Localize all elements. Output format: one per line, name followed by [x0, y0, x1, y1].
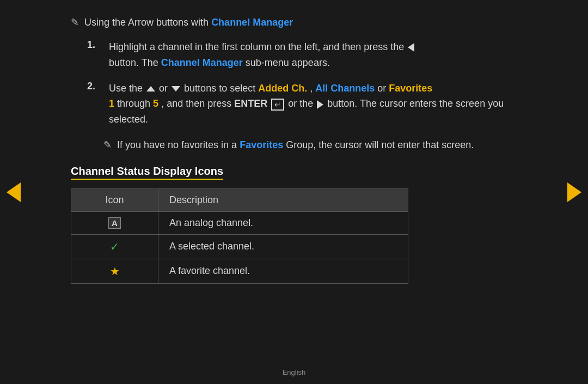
section-title: Channel Status Display Icons [71, 165, 223, 180]
step-1-number: 1. [87, 39, 102, 71]
step-2-or: or [159, 83, 170, 94]
step-2-comma1: , [310, 83, 315, 94]
step-2-use-the: Use the [109, 83, 145, 94]
table-cell-desc-check: A selected channel. [158, 234, 408, 259]
step-1-content: Highlight a channel in the first column … [109, 39, 415, 71]
heading-prefix: Using the Arrow buttons with [84, 17, 211, 28]
table-row: A An analog channel. [71, 211, 408, 234]
analog-icon: A [108, 217, 121, 229]
nav-arrow-left[interactable] [7, 182, 21, 202]
step-2-or2: or [377, 83, 389, 94]
steps: 1. Highlight a channel in the first colu… [71, 39, 517, 153]
sub-note-text: If you have no favorites in a Favorites … [117, 137, 474, 153]
table-row: ★ A favorite channel. [71, 259, 408, 283]
check-icon: ✓ [110, 241, 119, 253]
sub-note-suffix: Group, the cursor will not enter that sc… [286, 139, 474, 150]
table-row: ✓ A selected channel. [71, 234, 408, 259]
step-2-buttons: buttons to select [184, 83, 258, 94]
nav-arrow-right[interactable] [567, 182, 581, 202]
arrow-down-icon [171, 86, 180, 92]
section-heading: ✎ Using the Arrow buttons with Channel M… [71, 16, 517, 28]
sub-note-favorites: Favorites [240, 139, 283, 150]
table-cell-desc-star: A favorite channel. [158, 259, 408, 283]
step-2: 2. Use the or buttons to select Added Ch… [87, 81, 517, 127]
sub-note: ✎ If you have no favorites in a Favorite… [103, 137, 517, 153]
main-content: ✎ Using the Arrow buttons with Channel M… [27, 0, 561, 300]
step-2-through: through [117, 98, 153, 109]
table-header-icon: Icon [71, 188, 158, 211]
step-1-channel-manager: Channel Manager [161, 57, 243, 68]
table-header-row: Icon Description [71, 188, 408, 211]
table-cell-icon-check: ✓ [71, 234, 158, 259]
arrow-up-icon [146, 86, 155, 92]
sub-note-icon: ✎ [103, 137, 112, 153]
table-cell-icon-star: ★ [71, 259, 158, 283]
step-2-favorites: Favorites [389, 83, 432, 94]
step-2-and-press: , and then press [161, 98, 234, 109]
footer-language: English [283, 368, 306, 376]
step-2-number: 2. [87, 81, 102, 127]
step-2-content: Use the or buttons to select Added Ch. ,… [109, 81, 517, 127]
step-2-added-ch: Added Ch. [258, 83, 307, 94]
table-header-description: Description [158, 188, 408, 211]
heading-text: Using the Arrow buttons with Channel Man… [84, 17, 293, 28]
table-cell-desc-analog: An analog channel. [158, 211, 408, 234]
step-2-enter-text: ENTER [234, 98, 267, 109]
status-table: Icon Description A An analog channel. ✓ … [71, 188, 408, 284]
star-icon: ★ [110, 265, 120, 277]
step-2-5: 5 [153, 98, 158, 109]
step-1: 1. Highlight a channel in the first colu… [87, 39, 517, 71]
note-icon: ✎ [71, 16, 79, 28]
step-2-favorites-1: 1 [109, 98, 114, 109]
step-1-text-after: button. The [109, 57, 161, 68]
arrow-left-icon [408, 43, 414, 52]
step-1-text-end: sub-menu appears. [246, 57, 330, 68]
step-2-or-the: or the [288, 98, 316, 109]
enter-symbol: ↵ [271, 99, 284, 111]
section-title-container: Channel Status Display Icons [71, 153, 517, 188]
arrow-right-small-icon [317, 100, 323, 109]
heading-channel-manager: Channel Manager [211, 17, 293, 28]
step-2-all-channels: All Channels [315, 83, 375, 94]
sub-note-prefix: If you have no favorites in a [117, 139, 240, 150]
footer: English [0, 368, 588, 376]
table-cell-icon-analog: A [71, 211, 158, 234]
step-1-text-before: Highlight a channel in the first column … [109, 41, 407, 52]
